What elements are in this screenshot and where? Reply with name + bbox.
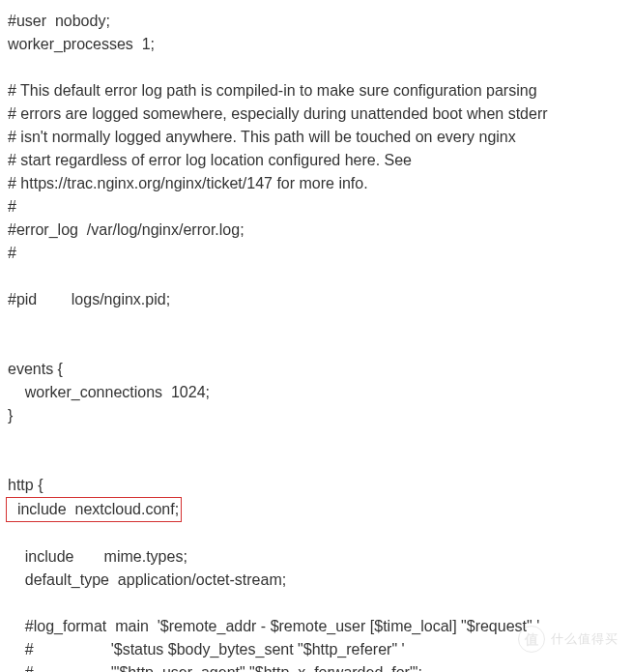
watermark-icon: 值 — [518, 626, 545, 653]
config-comment: # — [8, 242, 625, 265]
highlight-box: include nextcloud.conf; — [6, 497, 182, 522]
config-line: worker_connections 1024; — [8, 381, 625, 404]
watermark-text: 什么值得买 — [551, 629, 619, 649]
config-line: #error_log /var/log/nginx/error.log; — [8, 219, 625, 242]
config-line: #user nobody; — [8, 10, 625, 33]
config-comment: # This default error log path is compile… — [8, 79, 625, 102]
empty-line — [8, 335, 625, 358]
config-line: #pid logs/nginx.pid; — [8, 288, 625, 311]
config-block-open: events { — [8, 358, 625, 381]
empty-line — [8, 451, 625, 474]
config-comment: # start regardless of error log location… — [8, 149, 625, 172]
empty-line — [8, 56, 625, 79]
empty-line — [8, 522, 625, 545]
empty-line — [8, 265, 625, 288]
config-line: default_type application/octet-stream; — [8, 569, 625, 592]
config-block-close: } — [8, 404, 625, 427]
highlighted-include-line: include nextcloud.conf; — [8, 497, 625, 522]
config-line: include mime.types; — [8, 545, 625, 569]
empty-line — [8, 592, 625, 615]
empty-line — [8, 427, 625, 451]
config-line: worker_processes 1; — [8, 33, 625, 56]
config-comment: # — [8, 195, 625, 219]
config-comment: # isn't normally logged anywhere. This p… — [8, 126, 625, 149]
config-comment: # '"$http_user_agent" "$http_x_forwarded… — [8, 661, 625, 672]
config-comment: # https://trac.nginx.org/nginx/ticket/14… — [8, 172, 625, 195]
config-block-open: http { — [8, 474, 625, 497]
empty-line — [8, 311, 625, 335]
watermark: 值 什么值得买 — [518, 626, 619, 653]
config-comment: # errors are logged somewhere, especiall… — [8, 102, 625, 126]
